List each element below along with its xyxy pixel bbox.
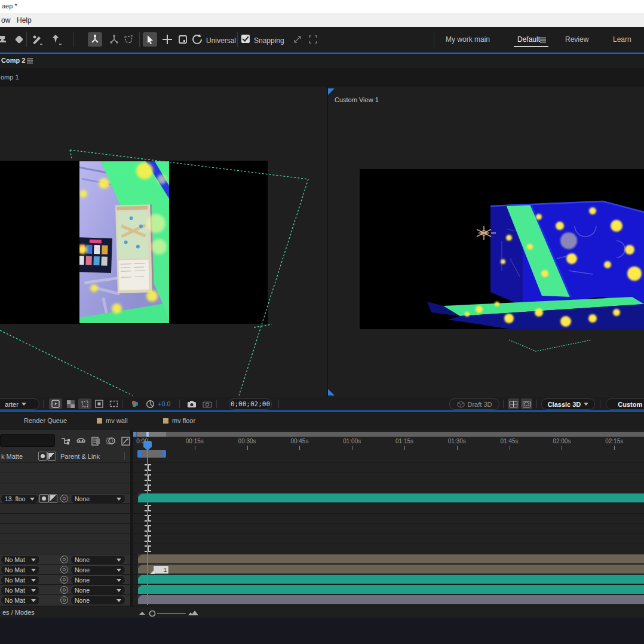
rotation-tool-icon[interactable] <box>190 32 204 47</box>
parent-dropdown[interactable]: None <box>70 585 125 595</box>
parent-dropdown[interactable]: None <box>70 575 125 585</box>
view-layout-dropdown[interactable]: Custom V <box>606 398 644 410</box>
ruler-label: 00:45s <box>285 438 314 444</box>
eraser-tool-icon[interactable] <box>12 32 26 47</box>
exposure-icon[interactable] <box>143 398 157 409</box>
after-effects-window: aep * ow Help Univers <box>0 0 644 644</box>
local-axis-mode-icon[interactable] <box>88 32 102 47</box>
pan-behind-tool-icon[interactable] <box>160 32 174 47</box>
parent-pickwhip-icon[interactable] <box>60 556 68 563</box>
playhead-handle[interactable] <box>143 441 152 447</box>
alpha-matte-toggle-icon[interactable] <box>38 452 47 461</box>
world-axis-mode-icon[interactable] <box>107 32 121 47</box>
layer-duration-bar[interactable] <box>138 595 644 604</box>
tab-render-queue[interactable]: Render Queue <box>24 417 67 424</box>
layer-duration-bar[interactable] <box>138 575 644 584</box>
shy-layers-icon[interactable] <box>75 436 86 446</box>
ruler-tick <box>404 446 405 450</box>
motion-blur-icon[interactable] <box>105 436 116 446</box>
workspace-learn[interactable]: Learn <box>613 35 631 44</box>
workspace-review[interactable]: Review <box>565 35 588 44</box>
zoom-arrows-icon[interactable] <box>290 32 305 47</box>
show-snapshot-icon[interactable] <box>201 398 214 409</box>
parent-pickwhip-icon[interactable] <box>60 596 68 604</box>
region-of-interest-icon[interactable] <box>78 398 91 409</box>
tab-mv-wall[interactable]: mv wall <box>97 417 128 424</box>
tab-comp-2[interactable]: Comp 2 <box>1 57 25 64</box>
switches-modes-toggle[interactable]: es / Modes <box>2 609 35 616</box>
fast-previews-icon[interactable] <box>49 398 62 409</box>
alpha-matte-toggle-icon[interactable] <box>39 494 48 503</box>
tab-comp-1[interactable]: omp 1 <box>1 73 19 81</box>
workspace-default[interactable]: Default <box>517 35 540 44</box>
crop-region-icon[interactable] <box>107 398 120 409</box>
universal-label: Universal <box>206 36 236 45</box>
layer-duration-bar[interactable] <box>138 554 644 563</box>
parent-pickwhip-icon[interactable] <box>60 566 68 574</box>
poster-board <box>79 237 112 273</box>
view-label: Custom View 1 <box>335 96 379 103</box>
snapping-label: Snapping <box>254 36 284 45</box>
selection-tool-icon[interactable] <box>143 32 157 47</box>
menu-window[interactable]: ow <box>1 16 10 24</box>
region-corners-icon[interactable] <box>306 32 320 47</box>
luma-matte-toggle-icon[interactable] <box>47 452 56 461</box>
view-corner-marker-top <box>328 88 335 95</box>
parent-pickwhip-icon[interactable] <box>60 495 68 502</box>
track-matte-dropdown[interactable]: No Mat <box>1 585 40 595</box>
snapping-checkbox[interactable] <box>241 35 250 43</box>
parent-dropdown[interactable]: None <box>70 555 125 565</box>
ruler-tick <box>510 446 510 450</box>
layer-duration-bar[interactable] <box>138 565 644 574</box>
parent-pickwhip-icon[interactable] <box>60 576 68 584</box>
view-divider[interactable] <box>327 87 328 397</box>
layer-duration-bar[interactable] <box>138 585 644 594</box>
timeline-zoom-slider[interactable] <box>139 610 199 617</box>
view-layout-2up-icon[interactable] <box>508 398 519 409</box>
tab-mv-floor[interactable]: mv floor <box>163 417 195 424</box>
panel-menu-icon[interactable] <box>26 58 33 64</box>
track-matte-dropdown[interactable]: No Mat <box>1 596 40 605</box>
ruler-tick <box>352 446 352 450</box>
resolution-dropdown[interactable]: arter <box>0 398 39 410</box>
shape-tool-icon[interactable] <box>176 32 190 47</box>
transparency-grid-icon[interactable] <box>64 398 77 409</box>
work-area-bar[interactable] <box>137 450 166 458</box>
comp-mini-flowchart-icon[interactable] <box>60 436 70 446</box>
timecode-field[interactable]: 0;00;02;00 <box>229 398 272 410</box>
parent-dropdown[interactable]: None <box>70 494 125 504</box>
parent-dropdown[interactable]: None <box>70 596 125 605</box>
track-matte-dropdown[interactable]: 13. floo <box>1 494 39 504</box>
parent-dropdown[interactable]: None <box>70 565 125 575</box>
clone-stamp-tool-icon[interactable] <box>0 32 10 47</box>
draft-3d-button[interactable]: Draft 3D <box>449 398 499 410</box>
composition-viewport: Custom View 1 <box>0 87 644 397</box>
ruler-label: 01:45s <box>495 438 524 444</box>
track-matte-dropdown[interactable]: No Mat <box>1 575 40 585</box>
puppet-pin-tool-icon[interactable] <box>49 32 63 47</box>
layer-duration-bar[interactable] <box>138 493 644 502</box>
workspace-menu-icon[interactable] <box>539 37 547 43</box>
timeline-navigator-strip[interactable] <box>133 432 644 437</box>
workspace-my-work-main[interactable]: My work main <box>446 35 490 44</box>
snapshot-camera-icon[interactable] <box>185 398 198 409</box>
frame-blending-icon[interactable] <box>90 436 101 446</box>
ground-plane-icon[interactable] <box>521 398 532 409</box>
view-axis-mode-icon[interactable] <box>121 32 136 47</box>
view-corner-marker-bottom <box>328 389 335 395</box>
luma-matte-toggle-icon[interactable] <box>48 494 57 503</box>
show-channel-icon[interactable] <box>128 398 142 409</box>
playhead-line[interactable] <box>147 442 148 605</box>
renderer-dropdown[interactable]: Classic 3D <box>541 398 595 410</box>
exposure-value[interactable]: +0.0 <box>158 400 171 407</box>
menu-bar: ow Help <box>0 13 644 27</box>
parent-pickwhip-icon[interactable] <box>60 586 68 594</box>
track-matte-dropdown[interactable]: No Mat <box>1 565 40 575</box>
mask-visibility-icon[interactable] <box>93 398 106 409</box>
menu-help[interactable]: Help <box>17 16 32 24</box>
track-matte-dropdown[interactable]: No Mat <box>1 555 40 565</box>
roto-brush-tool-icon[interactable] <box>30 32 44 47</box>
layer-marker-badge[interactable]: 1 <box>153 565 169 574</box>
timeline-search-input[interactable] <box>0 434 55 447</box>
right-view-frame <box>360 169 644 329</box>
